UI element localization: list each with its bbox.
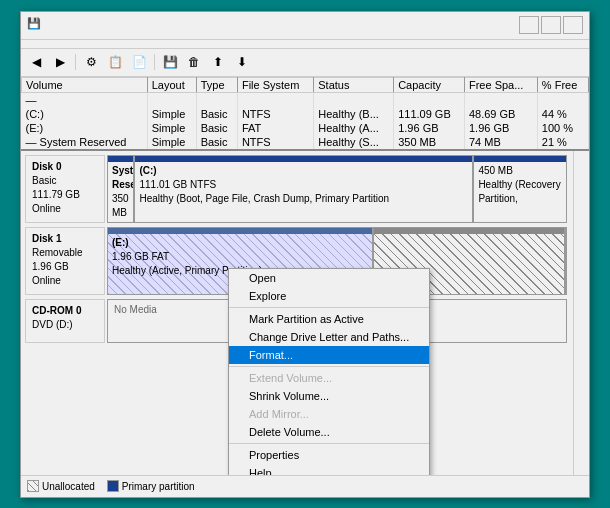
menu-bar bbox=[21, 40, 589, 49]
context-menu-separator bbox=[229, 443, 429, 444]
table-cell: Simple bbox=[147, 121, 196, 135]
context-menu-item[interactable]: Open bbox=[229, 269, 429, 287]
back-button[interactable]: ◀ bbox=[25, 51, 47, 73]
context-menu-item: Add Mirror... bbox=[229, 405, 429, 423]
context-menu-item[interactable]: Delete Volume... bbox=[229, 423, 429, 441]
context-menu-separator bbox=[229, 366, 429, 367]
cdrom-0-label: CD-ROM 0 DVD (D:) bbox=[25, 299, 105, 343]
disk-0-partitions: System Reserved 350 MB NTFS Healthy (Sys… bbox=[107, 155, 567, 223]
context-menu-item[interactable]: Help bbox=[229, 464, 429, 475]
cdrom-0-type: DVD (D:) bbox=[32, 318, 98, 332]
partition-fs: 111.01 GB NTFS bbox=[139, 178, 468, 192]
col-capacity[interactable]: Capacity bbox=[394, 77, 465, 92]
partition-name: (C:) bbox=[139, 164, 468, 178]
partition-recovery[interactable]: 450 MB Healthy (Recovery Partition, bbox=[474, 156, 566, 222]
table-cell: (C:) bbox=[22, 107, 148, 121]
cdrom-no-media: No Media bbox=[108, 300, 163, 342]
partition-name: (E:) bbox=[112, 236, 368, 250]
partition-system-reserved[interactable]: System Reserved 350 MB NTFS Healthy (Sys… bbox=[108, 156, 135, 222]
disk-1-size: 1.96 GB bbox=[32, 260, 98, 274]
table-row[interactable]: (E:)SimpleBasicFATHealthy (A...1.96 GB1.… bbox=[22, 121, 589, 135]
table-cell: Healthy (A... bbox=[314, 121, 394, 135]
context-menu-separator bbox=[229, 307, 429, 308]
table-cell: 48.69 GB bbox=[464, 107, 537, 121]
partition-fs: 450 MB bbox=[478, 164, 562, 178]
toolbar-btn-3[interactable]: 📄 bbox=[128, 51, 150, 73]
partition-c[interactable]: (C:) 111.01 GB NTFS Healthy (Boot, Page … bbox=[135, 156, 474, 222]
toolbar-btn-4[interactable]: 💾 bbox=[159, 51, 181, 73]
window-controls bbox=[519, 16, 583, 34]
toolbar-btn-2[interactable]: 📋 bbox=[104, 51, 126, 73]
table-cell: 21 % bbox=[537, 135, 588, 149]
partition-status: Healthy (Boot, Page File, Crash Dump, Pr… bbox=[139, 192, 468, 206]
col-pctfree[interactable]: % Free bbox=[537, 77, 588, 92]
table-cell bbox=[237, 92, 313, 107]
col-volume[interactable]: Volume bbox=[22, 77, 148, 92]
table-row[interactable]: — System ReservedSimpleBasicNTFSHealthy … bbox=[22, 135, 589, 149]
table-cell bbox=[394, 92, 465, 107]
partition-name: System Reserved bbox=[112, 164, 129, 192]
table-cell: 1.96 GB bbox=[464, 121, 537, 135]
menu-action[interactable] bbox=[41, 42, 57, 46]
toolbar-btn-7[interactable]: ⬇ bbox=[231, 51, 253, 73]
disk-1-status: Online bbox=[32, 274, 98, 288]
col-type[interactable]: Type bbox=[196, 77, 237, 92]
table-cell bbox=[314, 92, 394, 107]
toolbar-btn-6[interactable]: ⬆ bbox=[207, 51, 229, 73]
table-cell: 1.96 GB bbox=[394, 121, 465, 135]
col-freespace[interactable]: Free Spa... bbox=[464, 77, 537, 92]
disk-0-type: Basic bbox=[32, 174, 98, 188]
context-menu-item[interactable]: Change Drive Letter and Paths... bbox=[229, 328, 429, 346]
col-layout[interactable]: Layout bbox=[147, 77, 196, 92]
legend-unallocated-label: Unallocated bbox=[42, 481, 95, 492]
menu-view[interactable] bbox=[57, 42, 73, 46]
table-cell: 74 MB bbox=[464, 135, 537, 149]
context-menu-item[interactable]: Mark Partition as Active bbox=[229, 310, 429, 328]
table-cell bbox=[196, 92, 237, 107]
table-cell: Healthy (B... bbox=[314, 107, 394, 121]
volume-table-area: Volume Layout Type File System Status Ca… bbox=[21, 77, 589, 151]
legend-primary-box bbox=[107, 480, 119, 492]
col-filesystem[interactable]: File System bbox=[237, 77, 313, 92]
toolbar-separator-2 bbox=[154, 54, 155, 70]
table-cell bbox=[537, 92, 588, 107]
disk-0-name: Disk 0 bbox=[32, 160, 98, 174]
partition-fs: 350 MB NTFS bbox=[112, 192, 129, 222]
table-cell: 111.09 GB bbox=[394, 107, 465, 121]
partition-fs: 1.96 GB FAT bbox=[112, 250, 368, 264]
table-cell: Basic bbox=[196, 121, 237, 135]
toolbar-btn-5[interactable]: 🗑 bbox=[183, 51, 205, 73]
disk-1-row: Disk 1 Removable 1.96 GB Online (E:) 1.9… bbox=[25, 227, 567, 295]
table-row[interactable]: — bbox=[22, 92, 589, 107]
scrollbar[interactable] bbox=[573, 151, 589, 475]
table-row[interactable]: (C:)SimpleBasicNTFSHealthy (B...111.09 G… bbox=[22, 107, 589, 121]
disk-1-partitions: (E:) 1.96 GB FAT Healthy (Active, Primar… bbox=[107, 227, 567, 295]
toolbar-separator-1 bbox=[75, 54, 76, 70]
menu-help[interactable] bbox=[73, 42, 89, 46]
context-menu-item[interactable]: Shrink Volume... bbox=[229, 387, 429, 405]
table-cell: Basic bbox=[196, 135, 237, 149]
table-cell: 44 % bbox=[537, 107, 588, 121]
partition-content: System Reserved 350 MB NTFS Healthy (Sys… bbox=[108, 162, 133, 222]
partition-content: (C:) 111.01 GB NTFS Healthy (Boot, Page … bbox=[135, 162, 472, 208]
forward-button[interactable]: ▶ bbox=[49, 51, 71, 73]
legend: Unallocated Primary partition bbox=[21, 475, 589, 497]
cdrom-0-name: CD-ROM 0 bbox=[32, 304, 98, 318]
table-cell: Simple bbox=[147, 107, 196, 121]
toolbar-btn-1[interactable]: ⚙ bbox=[80, 51, 102, 73]
volume-table: Volume Layout Type File System Status Ca… bbox=[21, 77, 589, 149]
legend-unallocated: Unallocated bbox=[27, 480, 95, 492]
main-content: Volume Layout Type File System Status Ca… bbox=[21, 77, 589, 497]
context-menu-item[interactable]: Format... bbox=[229, 346, 429, 364]
table-cell: (E:) bbox=[22, 121, 148, 135]
maximize-button[interactable] bbox=[541, 16, 561, 34]
table-cell: Basic bbox=[196, 107, 237, 121]
minimize-button[interactable] bbox=[519, 16, 539, 34]
col-status[interactable]: Status bbox=[314, 77, 394, 92]
legend-unallocated-box bbox=[27, 480, 39, 492]
menu-file[interactable] bbox=[25, 42, 41, 46]
context-menu-item[interactable]: Properties bbox=[229, 446, 429, 464]
disk-0-status: Online bbox=[32, 202, 98, 216]
close-button[interactable] bbox=[563, 16, 583, 34]
context-menu-item[interactable]: Explore bbox=[229, 287, 429, 305]
